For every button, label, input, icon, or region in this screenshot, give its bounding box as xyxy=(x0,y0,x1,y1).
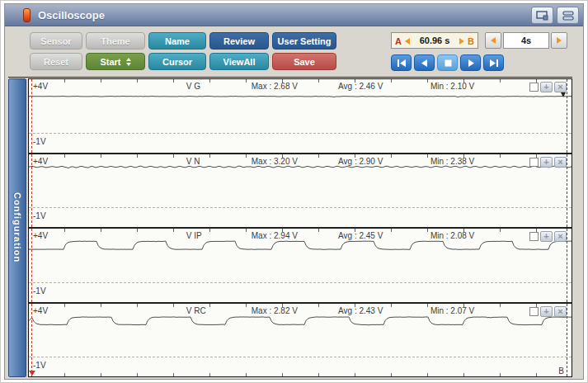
channel-close-button[interactable]: × xyxy=(554,231,567,242)
channel-select-checkbox[interactable] xyxy=(529,158,539,167)
reset-button-label: Reset xyxy=(44,57,68,67)
channel-max-value: Max : 2.82 V xyxy=(252,306,298,315)
configuration-sidebar-tab[interactable]: Configuration xyxy=(8,78,26,377)
cursor-b-label: B xyxy=(468,36,474,46)
viewall-button[interactable]: ViewAll xyxy=(209,53,269,70)
channel-max-value: Max : 2.68 V xyxy=(252,82,298,91)
cursor-b-line[interactable] xyxy=(567,229,567,302)
theme-button-label: Theme xyxy=(101,36,129,46)
timebase-increase-button[interactable] xyxy=(551,32,567,49)
ab-range-box[interactable]: A 60.96 s B xyxy=(391,32,478,49)
skip-to-end-icon xyxy=(489,59,499,68)
bottom-gridline xyxy=(29,133,572,134)
user-setting-button[interactable]: User Setting xyxy=(272,32,336,50)
time-axis-ticks xyxy=(29,373,572,376)
timebase-decrease-icon xyxy=(491,37,496,44)
ab-range-value: 60.96 s xyxy=(420,35,450,45)
channel-close-button[interactable]: × xyxy=(554,157,567,168)
start-button[interactable]: Start xyxy=(86,53,145,70)
title-bar[interactable]: Oscilloscope xyxy=(5,4,583,26)
channel-bottom-voltage-label: -1V xyxy=(33,211,46,220)
cursor-button[interactable]: Cursor xyxy=(148,53,206,70)
timebase-increase-icon xyxy=(557,37,562,44)
channel-select-checkbox[interactable] xyxy=(529,232,539,241)
theme-button[interactable]: Theme xyxy=(86,32,145,50)
stop-button[interactable] xyxy=(437,54,458,71)
channel-top-voltage-label: +4V xyxy=(33,231,48,240)
toolbar-row: ResetStartCursorViewAllSave xyxy=(30,53,336,70)
waveform-trace xyxy=(29,229,572,302)
channel-panel-v-g: +4V V G Max : 2.68 V Avg : 2.46 V Min : … xyxy=(29,79,572,154)
channel-zoom-in-button[interactable]: + xyxy=(540,82,553,92)
channel-select-checkbox[interactable] xyxy=(529,307,539,316)
cursor-a-marker-icon[interactable] xyxy=(29,371,35,376)
channel-name: V IP xyxy=(186,231,202,240)
range-a-arrow-icon[interactable] xyxy=(405,38,410,45)
channel-bottom-voltage-label: -1V xyxy=(33,361,46,370)
waveform-trace xyxy=(29,79,572,153)
step-back-button[interactable] xyxy=(414,54,435,71)
oscilloscope-device-icon xyxy=(23,8,31,22)
snapshot-window-button[interactable] xyxy=(531,7,553,24)
viewall-button-label: ViewAll xyxy=(223,57,256,67)
save-button-label: Save xyxy=(294,57,315,67)
toolbar: SensorThemeNameReviewUser SettingResetSt… xyxy=(5,26,583,77)
channel-top-voltage-label: +4V xyxy=(33,82,48,91)
step-forward-icon xyxy=(466,59,476,68)
sensor-button[interactable]: Sensor xyxy=(30,32,82,50)
sensor-button-label: Sensor xyxy=(40,36,71,46)
cursor-a-group: A xyxy=(395,33,410,48)
bottom-gridline xyxy=(29,207,572,208)
channel-controls: + × xyxy=(529,157,567,168)
channel-zoom-in-button[interactable]: + xyxy=(540,231,553,242)
channel-avg-value: Avg : 2.46 V xyxy=(338,82,383,91)
cursor-button-label: Cursor xyxy=(162,57,192,67)
name-button[interactable]: Name xyxy=(148,32,206,50)
channel-close-button[interactable]: × xyxy=(554,306,567,317)
cursor-a-line[interactable] xyxy=(31,229,32,302)
snapshot-icon xyxy=(536,11,549,21)
transport-controls xyxy=(391,54,504,71)
time-ticks xyxy=(29,229,572,232)
channel-close-button[interactable]: × xyxy=(554,82,567,92)
time-ticks xyxy=(29,79,572,83)
cursor-b-line[interactable] xyxy=(567,79,567,153)
channel-min-value: Min : 2.08 V xyxy=(430,231,474,240)
channel-avg-value: Avg : 2.90 V xyxy=(338,157,383,166)
channel-panel-v-n: +4V V N Max : 3.20 V Avg : 2.90 V Min : … xyxy=(29,154,572,229)
skip-to-end-button[interactable] xyxy=(483,54,504,71)
channel-zoom-in-button[interactable]: + xyxy=(540,157,553,168)
cursor-b-line[interactable] xyxy=(567,154,567,228)
channel-controls: + × xyxy=(529,82,567,92)
channel-zoom-in-button[interactable]: + xyxy=(540,306,553,317)
channel-min-value: Min : 2.10 V xyxy=(430,82,474,91)
cursor-a-line[interactable] xyxy=(31,304,32,377)
cursor-a-line[interactable] xyxy=(31,79,32,153)
skip-to-start-icon xyxy=(397,59,407,68)
range-b-arrow-icon[interactable] xyxy=(459,38,464,45)
configuration-label: Configuration xyxy=(12,192,22,262)
waveform-trace xyxy=(29,304,572,377)
step-back-icon xyxy=(420,59,430,68)
panel-layout-button[interactable] xyxy=(557,7,579,24)
toolbar-row: SensorThemeNameReviewUser Setting xyxy=(30,32,336,50)
bottom-gridline xyxy=(29,282,572,283)
channel-name: V N xyxy=(186,157,200,166)
skip-to-start-button[interactable] xyxy=(391,54,412,71)
cursor-b-line[interactable] xyxy=(567,304,567,377)
channel-controls: + × xyxy=(529,306,567,317)
reset-button[interactable]: Reset xyxy=(30,53,82,70)
timebase-decrease-button[interactable] xyxy=(485,32,501,49)
channel-top-voltage-label: +4V xyxy=(33,157,48,166)
step-forward-button[interactable] xyxy=(460,54,481,71)
review-button[interactable]: Review xyxy=(209,32,269,50)
cursor-b-group: B xyxy=(459,33,474,48)
channel-select-checkbox[interactable] xyxy=(529,83,539,92)
channel-bottom-voltage-label: -1V xyxy=(33,286,46,296)
user-setting-button-label: User Setting xyxy=(278,36,332,46)
start-mode-spinner-icon[interactable] xyxy=(126,58,131,66)
save-button[interactable]: Save xyxy=(272,53,336,70)
cursor-a-line[interactable] xyxy=(31,154,32,228)
channel-avg-value: Avg : 2.43 V xyxy=(338,306,383,315)
cursor-a-label: A xyxy=(395,36,402,46)
